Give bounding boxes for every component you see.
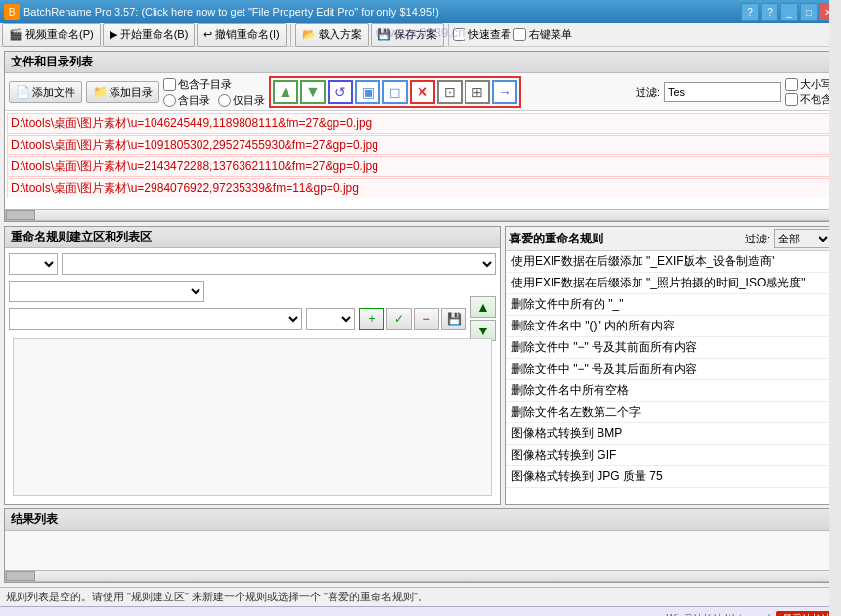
fav-item[interactable]: 删除文件中 "−" 号及其后面所有内容 xyxy=(506,359,836,380)
op-button-group: ▲ ▼ ↺ ▣ ◻ ✕ ⊡ ⊞ → xyxy=(269,76,521,108)
case-check-row[interactable]: 大小写 xyxy=(785,77,832,92)
exclude-check-row[interactable]: 不包含 xyxy=(785,92,832,107)
fav-item[interactable]: 删除文件中 "−" 号及其前面所有内容 xyxy=(506,337,836,359)
op-opt5-btn[interactable]: → xyxy=(492,80,517,104)
context-menu-checkbox[interactable] xyxy=(513,28,526,41)
sep1 xyxy=(290,24,291,46)
only-files-radio[interactable] xyxy=(218,94,231,107)
fav-item[interactable]: 使用EXIF数据在后缀添加 "_EXIF版本_设备制造商" xyxy=(506,251,836,273)
save-scheme-btn[interactable]: 💾 保存方案 xyxy=(371,23,444,47)
app-icon: B xyxy=(4,4,20,20)
fav-filter-select[interactable]: 全部 自定义 xyxy=(774,229,832,248)
add-rule-btn[interactable]: + xyxy=(359,308,384,330)
fav-item[interactable]: 图像格式转换到 JPG 质量 75 xyxy=(506,466,836,488)
minimize-button[interactable]: _ xyxy=(780,3,798,21)
remove-rule-btn[interactable]: − xyxy=(414,308,439,330)
fav-item[interactable]: 图像格式转换到 BMP xyxy=(506,423,836,445)
fav-item[interactable]: 图像格式转换到 GIF xyxy=(506,445,836,466)
fav-item[interactable]: 删除文件中所有的 "_" xyxy=(506,294,836,316)
quick-view-check[interactable]: 快速查看 xyxy=(453,27,511,42)
maximize-button[interactable]: □ xyxy=(800,3,818,21)
fav-item[interactable]: 使用EXIF数据在后缀添加 "_照片拍摄的时间_ISO感光度" xyxy=(506,273,836,294)
logo: 易采站长站 xyxy=(776,611,837,617)
subdir-options: 包含子目录 含目录 仅目录 xyxy=(163,77,265,108)
file-list[interactable]: D:\tools\桌面\图片素材\u=1046245449,1189808111… xyxy=(5,111,836,209)
result-section: 结果列表 xyxy=(4,508,837,583)
main-area: 文件和目录列表 📄 添加文件 📁 添加目录 包含子目录 含目录 xyxy=(0,47,841,587)
watermark-text: Win采站长站 Watermark xyxy=(666,612,773,617)
undo-icon: ↩ xyxy=(203,28,212,41)
start-rename-btn[interactable]: ▶ 开始重命名(B) xyxy=(103,23,196,47)
undo-rename-btn[interactable]: ↩ 撤销重命名(I) xyxy=(197,23,286,47)
favorites-list[interactable]: 使用EXIF数据在后缀添加 "_EXIF版本_设备制造商" 使用EXIF数据在后… xyxy=(506,251,836,504)
op-refresh-btn[interactable]: ↺ xyxy=(328,80,353,104)
rule-row-2 xyxy=(9,280,496,303)
arrow-buttons: ▲ ▼ xyxy=(470,296,496,341)
only-files-row[interactable]: 仅目录 xyxy=(218,93,265,108)
save-icon: 💾 xyxy=(377,28,391,41)
exclude-checkbox[interactable] xyxy=(785,93,798,106)
file-item[interactable]: D:\tools\桌面\图片素材\u=2984076922,97235339&f… xyxy=(7,178,834,198)
file-toolbar: 📄 添加文件 📁 添加目录 包含子目录 含目录 xyxy=(5,73,836,111)
middle-section: 重命名规则建立区和列表区 xyxy=(4,226,837,505)
op-up-btn[interactable]: ▲ xyxy=(273,80,298,104)
result-list[interactable] xyxy=(5,531,836,570)
fav-scrollbar[interactable] xyxy=(829,0,841,616)
filter-input[interactable] xyxy=(664,82,781,102)
rule-select-1b[interactable] xyxy=(62,253,496,275)
rule-up-btn[interactable]: ▲ xyxy=(470,296,496,318)
window-controls[interactable]: ? ? _ □ ✕ xyxy=(741,3,837,21)
rules-section-header: 重命名规则建立区和列表区 xyxy=(5,227,500,248)
rules-content: + ✓ − 💾 ▲ ▼ xyxy=(5,248,500,504)
file-section-header: 文件和目录列表 xyxy=(5,52,836,73)
result-scrollbar-h[interactable] xyxy=(5,570,836,582)
quick-view-checkbox[interactable] xyxy=(453,28,465,41)
scrollbar-thumb[interactable] xyxy=(6,210,35,220)
status-text: 规则列表是空的。请使用 "规则建立区" 来新建一个规则或选择一个 "喜爱的重命名… xyxy=(6,590,428,604)
add-file-btn[interactable]: 📄 添加文件 xyxy=(9,81,82,103)
rule-list-area[interactable] xyxy=(13,338,492,496)
info-button[interactable]: ? xyxy=(761,3,778,21)
favorites-header: 喜爱的重命名规则 过滤: 全部 自定义 xyxy=(506,227,836,251)
favorites-title: 喜爱的重命名规则 xyxy=(509,231,603,247)
op-copy-btn[interactable]: ▣ xyxy=(355,80,380,104)
start-icon: ▶ xyxy=(110,28,117,41)
op-opt3-btn[interactable]: ⊡ xyxy=(437,80,463,104)
menu-bar: 🎬 视频重命名(P) ▶ 开始重命名(B) ↩ 撤销重命名(I) 📂 载入方案 … xyxy=(0,23,841,47)
op-down-btn[interactable]: ▼ xyxy=(300,80,326,104)
fav-item[interactable]: 删除文件名中所有空格 xyxy=(506,380,836,402)
save-rule-btn[interactable]: 💾 xyxy=(441,308,466,330)
include-subdir-check[interactable] xyxy=(163,78,176,91)
rule-select-3b[interactable] xyxy=(306,308,355,330)
rule-select-1a[interactable] xyxy=(9,253,58,275)
file-item[interactable]: D:\tools\桌面\图片素材\u=2143472288,1376362111… xyxy=(7,156,834,177)
add-dir-icon: 📁 xyxy=(93,85,108,99)
op-delete-btn[interactable]: ✕ xyxy=(410,80,435,104)
op-blank-btn[interactable]: ◻ xyxy=(382,80,408,104)
file-item[interactable]: D:\tools\桌面\图片素材\u=1046245449,1189808111… xyxy=(7,113,834,134)
include-subdir-row[interactable]: 包含子目录 xyxy=(163,77,265,92)
add-dir-btn[interactable]: 📁 添加目录 xyxy=(86,81,159,103)
help-button[interactable]: ? xyxy=(741,3,759,21)
result-scrollbar-thumb[interactable] xyxy=(6,571,35,581)
add-file-icon: 📄 xyxy=(16,85,30,99)
rule-select-3a[interactable] xyxy=(9,308,302,330)
favorites-section: 喜爱的重命名规则 过滤: 全部 自定义 使用EXIF数据在后缀添加 "_EXIF… xyxy=(505,226,837,505)
include-all-radio[interactable] xyxy=(163,94,176,107)
rule-row-3: + ✓ − 💾 ▲ ▼ xyxy=(9,307,496,330)
confirm-rule-btn[interactable]: ✓ xyxy=(386,308,412,330)
op-opt4-btn[interactable]: ⊞ xyxy=(465,80,490,104)
file-item[interactable]: D:\tools\桌面\图片素材\u=1091805302,2952745593… xyxy=(7,135,834,155)
rule-select-2[interactable] xyxy=(9,281,204,302)
file-scrollbar-h[interactable] xyxy=(5,209,836,221)
case-checkbox[interactable] xyxy=(785,78,798,91)
load-scheme-btn[interactable]: 📂 载入方案 xyxy=(295,23,369,47)
context-menu-check[interactable]: 右键菜单 xyxy=(513,27,572,42)
rename-video-btn[interactable]: 🎬 视频重命名(P) xyxy=(2,23,101,47)
right-checks: 大小写 不包含 xyxy=(785,77,832,107)
include-all-row[interactable]: 含目录 xyxy=(163,93,210,108)
rules-section: 重命名规则建立区和列表区 xyxy=(4,226,501,505)
fav-item[interactable]: 删除文件名中 "()" 内的所有内容 xyxy=(506,316,836,337)
fav-item[interactable]: 删除文件名左数第二个字 xyxy=(506,402,836,423)
result-section-header: 结果列表 xyxy=(5,509,836,531)
